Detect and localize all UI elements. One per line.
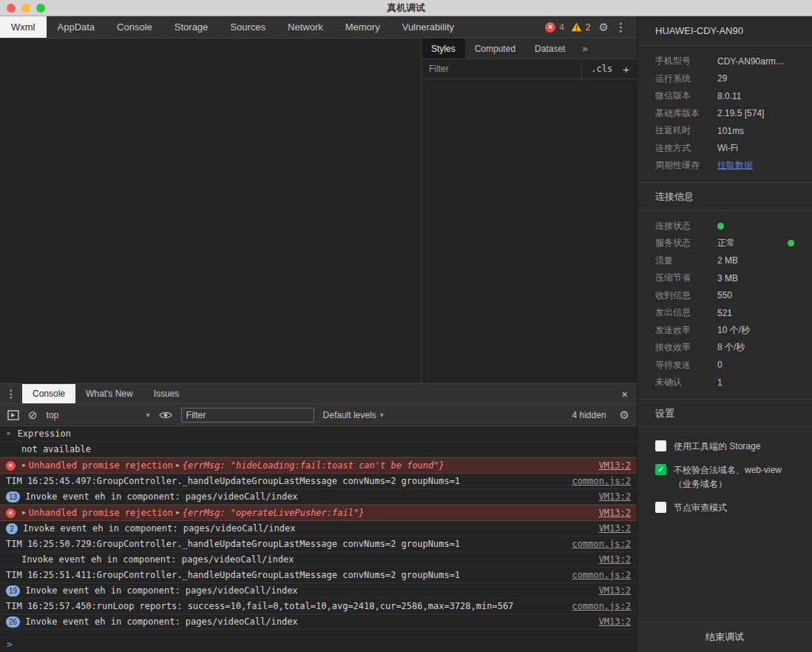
top-tab-memory[interactable]: Memory (334, 16, 391, 38)
info-label: 压缩节省 (655, 272, 717, 284)
settings-gear-icon[interactable]: ⚙ (599, 21, 609, 33)
console-entry[interactable]: 13Invoke event eh in component: pages/vi… (0, 489, 637, 505)
console-drawer: ⋮ ConsoleWhat's NewIssues × ⊘ top ▾ (0, 383, 637, 652)
log-levels-selector[interactable]: Default levels ▾ (323, 410, 384, 420)
drawer-tab-bar: ⋮ ConsoleWhat's NewIssues × (0, 384, 637, 404)
device-info-row: 周期性缓存拉取数据 (655, 157, 794, 175)
error-message: Unhandled promise rejection (29, 507, 173, 519)
setting-row[interactable]: 节点审查模式 (655, 501, 794, 515)
error-count[interactable]: 4 (559, 22, 564, 33)
end-debug-button[interactable]: 结束调试 (637, 622, 812, 652)
source-link[interactable]: common.js:2 (562, 600, 631, 612)
device-info-row: 运行系统29 (655, 70, 794, 88)
drawer-menu-icon[interactable]: ⋮ (0, 384, 22, 403)
eye-icon[interactable] (159, 411, 172, 420)
console-prompt[interactable]: > (0, 636, 637, 652)
drawer-tab-console[interactable]: Console (22, 384, 75, 403)
error-count-icon[interactable]: × (545, 22, 555, 33)
top-tab-storage[interactable]: Storage (163, 16, 220, 38)
styles-content-empty (422, 79, 637, 383)
top-tab-console[interactable]: Console (106, 16, 163, 38)
source-link[interactable]: common.js:2 (562, 475, 631, 487)
top-tab-wxml[interactable]: Wxml (0, 16, 47, 38)
expand-arrow-icon[interactable]: ▶ (176, 460, 180, 471)
styles-tab-styles[interactable]: Styles (422, 38, 465, 58)
clear-console-icon[interactable]: ⊘ (28, 409, 38, 420)
drawer-tab-issues[interactable]: Issues (143, 384, 190, 403)
source-link[interactable]: VM13:2 (589, 460, 631, 471)
top-tab-network[interactable]: Network (277, 16, 334, 38)
device-name: HUAWEI-CDY-AN90 (637, 16, 812, 46)
checkbox[interactable]: ✓ (655, 464, 666, 475)
console-entry-content: 26Invoke event eh in component: pages/vi… (6, 616, 298, 628)
console-entry[interactable]: 26Invoke event eh in component: pages/vi… (0, 614, 637, 630)
fetch-data-link[interactable]: 拉取数据 (717, 159, 753, 172)
source-link[interactable]: VM13:2 (589, 585, 631, 596)
source-link[interactable]: VM13:2 (589, 522, 631, 534)
warning-count-icon[interactable] (571, 22, 582, 32)
console-entry[interactable]: Invoke event eh in component: pages/vide… (0, 552, 637, 568)
styles-tab-computed[interactable]: Computed (465, 38, 525, 58)
info-label: 连接状态 (655, 220, 717, 232)
console-entry[interactable]: 19Invoke event eh in component: pages/vi… (0, 583, 637, 599)
warning-count[interactable]: 2 (586, 22, 591, 33)
minimize-window-button[interactable] (21, 4, 30, 13)
error-icon: × (6, 461, 16, 471)
checkbox[interactable] (655, 502, 666, 513)
console-entry[interactable]: TIM 16:25:57.450:runLoop reports: succes… (0, 599, 637, 614)
close-window-button[interactable] (7, 4, 16, 13)
drawer-tab-what-s-new[interactable]: What's New (75, 384, 143, 403)
console-settings-icon[interactable]: ⚙ (620, 409, 629, 420)
console-entry[interactable]: TIM 16:25:50.729:GroupController._handle… (0, 537, 637, 552)
hidden-messages-count[interactable]: 4 hidden (572, 410, 606, 420)
info-label: 周期性缓存 (655, 159, 717, 172)
console-entry[interactable]: TIM 16:25:51.411:GroupController._handle… (0, 568, 637, 583)
styles-tab-bar: StylesComputedDataset » (422, 38, 637, 59)
source-link[interactable]: VM13:2 (589, 616, 631, 628)
top-tab-appdata[interactable]: AppData (47, 16, 106, 38)
source-link[interactable]: common.js:2 (562, 569, 631, 581)
checkbox[interactable] (655, 440, 666, 451)
console-entry[interactable]: TIM 16:25:45.497:GroupController._handle… (0, 474, 637, 489)
context-selector[interactable]: top ▾ (47, 410, 150, 420)
device-info-row: 连接方式Wi-Fi (655, 140, 794, 158)
setting-row[interactable]: ✓不校验合法域名、web-view（业务域名） (655, 463, 794, 491)
expand-arrow-icon[interactable]: ▶ (22, 460, 26, 471)
console-log: ×Expressionnot available×▶Unhandled prom… (0, 426, 637, 636)
styles-filter-input[interactable] (429, 64, 581, 74)
window-content: WxmlAppDataConsoleStorageSourcesNetworkM… (0, 16, 812, 652)
log-message: TIM 16:25:50.729:GroupController._handle… (6, 538, 460, 550)
expand-arrow-icon[interactable]: ▶ (22, 507, 26, 519)
info-label: 流量 (655, 255, 717, 267)
connection-info-row: 发出信息521 (655, 304, 794, 322)
console-entry[interactable]: ×▶Unhandled promise rejection▶{errMsg: "… (0, 505, 637, 521)
source-link[interactable]: common.js:2 (562, 538, 631, 550)
console-filter-input[interactable] (181, 408, 314, 423)
source-link[interactable]: VM13:2 (589, 491, 631, 503)
zoom-window-button[interactable] (36, 4, 45, 13)
device-info-list: 手机型号CDY-AN90arm…运行系统29微信版本8.0.11基础库版本2.1… (637, 46, 812, 182)
console-entry[interactable]: ×▶Unhandled promise rejection▶{errMsg: "… (0, 457, 637, 474)
toggle-class-button[interactable]: .cls (591, 64, 612, 74)
more-options-icon[interactable]: ⋮ (612, 21, 629, 33)
console-entry[interactable]: ×Expression (0, 426, 637, 442)
close-icon: × (6, 428, 11, 440)
drawer-close-icon[interactable]: × (612, 384, 637, 403)
connection-section-title: 连接信息 (637, 182, 812, 211)
top-tab-sources[interactable]: Sources (219, 16, 277, 38)
info-label: 接收效率 (655, 341, 717, 354)
styles-tab-dataset[interactable]: Dataset (525, 38, 575, 58)
top-tab-vulnerability[interactable]: Vulnerability (391, 16, 465, 38)
console-entry[interactable]: not available (0, 442, 637, 457)
console-entry[interactable]: 2Invoke event eh in component: pages/vid… (0, 521, 637, 537)
tab-overflow-icon[interactable]: » (575, 38, 595, 58)
info-value: 1 (717, 377, 723, 388)
console-sidebar-icon[interactable] (7, 410, 19, 420)
info-value: 3 MB (717, 273, 738, 283)
source-link[interactable]: VM13:2 (589, 507, 631, 519)
new-style-rule-button[interactable]: + (623, 64, 629, 75)
source-link[interactable]: VM13:2 (589, 554, 631, 565)
setting-row[interactable]: 使用工具端的 Storage (655, 440, 794, 454)
expand-arrow-icon[interactable]: ▶ (176, 507, 180, 519)
wxml-tree-panel (0, 38, 422, 383)
